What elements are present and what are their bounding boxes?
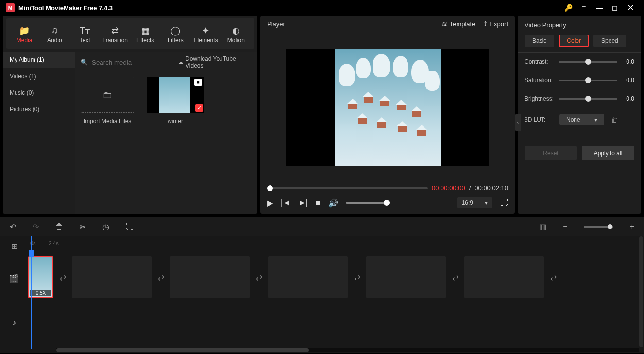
folder-plus-icon: 🗀 [102,89,112,101]
stop-button[interactable]: ■ [316,198,321,207]
contrast-label: Contrast: [525,58,556,65]
close-button[interactable]: ✕ [623,2,638,13]
layers-icon: ≋ [442,20,447,28]
empty-slot[interactable] [464,256,544,298]
app-logo: M [6,3,15,12]
effects-icon: ▦ [141,25,150,35]
lut-label: 3D LUT: [525,116,556,123]
text-icon: Tᴛ [80,25,90,35]
brightness-slider[interactable] [559,98,617,100]
tab-text[interactable]: TᴛText [70,21,100,48]
tab-media[interactable]: 📁Media [10,21,39,48]
fit-button[interactable]: ▥ [539,222,546,231]
sidebar-item-music[interactable]: Music (0) [3,85,75,101]
empty-slot[interactable] [366,256,446,298]
apply-all-button[interactable]: Apply to all [582,146,634,160]
undo-button[interactable]: ↶ [10,222,16,231]
aspect-ratio-select[interactable]: 16:9▾ [457,197,492,208]
minimize-button[interactable]: — [592,4,607,12]
transition-slot[interactable]: ⇄ [252,270,266,284]
volume-slider[interactable] [346,202,390,204]
media-sidebar: My Album (1) Videos (1) Music (0) Pictur… [3,52,75,214]
brightness-value: 0.0 [621,95,634,102]
import-media-button[interactable]: 🗀 Import Media Files [81,77,134,124]
sidebar-item-videos[interactable]: Videos (1) [3,68,75,85]
redo-button[interactable]: ↷ [33,222,39,231]
tab-elements[interactable]: ✦Elements [191,21,220,48]
preview-area [286,49,489,166]
filters-icon: ◯ [170,25,180,35]
prop-tab-color[interactable]: Color [559,35,589,47]
video-track-icon: 🎬 [0,256,28,301]
transition-slot[interactable]: ⇄ [546,270,560,284]
tab-audio[interactable]: ♫Audio [40,21,69,48]
folder-icon: 📁 [19,25,30,35]
download-videos-button[interactable]: ☁Download YouTube Videos [178,55,252,69]
contrast-value: 0.0 [621,58,634,65]
template-button[interactable]: ≋Template [442,20,475,28]
speed-button[interactable]: ◷ [102,222,109,231]
zoom-in-button[interactable]: + [630,222,634,231]
video-icon: ■ [194,79,202,86]
search-input[interactable] [92,59,174,66]
playhead[interactable] [31,236,32,349]
zoom-out-button[interactable]: − [563,222,567,231]
transition-slot[interactable]: ⇄ [153,270,168,284]
video-track[interactable]: 0.5X ⇄ ⇄ ⇄ ⇄ ⇄ ⇄ [28,255,644,300]
prop-tab-speed[interactable]: Speed [593,35,626,47]
zoom-slider[interactable] [584,226,613,228]
horizontal-scrollbar[interactable] [56,348,639,352]
tab-motion[interactable]: ◐Motion [221,21,251,48]
empty-slot[interactable] [268,256,348,298]
lut-select[interactable]: None▾ [559,114,604,125]
transition-slot[interactable]: ⇄ [448,270,462,284]
contrast-slider[interactable] [559,61,617,63]
tab-effects[interactable]: ▦Effects [131,21,160,48]
play-button[interactable]: ▶ [267,198,273,208]
sidebar-item-album[interactable]: My Album (1) [3,52,75,68]
crop-button[interactable]: ⛶ [126,222,134,231]
split-button[interactable]: ✂ [80,222,86,231]
saturation-value: 0.0 [621,77,634,84]
sidebar-item-pictures[interactable]: Pictures (0) [3,101,75,118]
timeline-ruler[interactable]: 0s 2.4s [28,236,644,255]
transition-slot[interactable]: ⇄ [350,270,364,284]
search-icon: 🔍 [81,59,88,66]
main-tabs: 📁Media ♫Audio TᴛText ⇄Transition ▦Effect… [6,18,254,49]
reset-button[interactable]: Reset [525,146,577,160]
transition-slot[interactable]: ⇄ [55,270,70,284]
export-button[interactable]: ⤴Export [484,20,508,28]
trash-icon[interactable]: 🗑 [611,116,618,124]
expand-panel-handle[interactable]: › [515,114,521,131]
delete-button[interactable]: 🗑 [55,222,63,231]
vertical-scrollbar[interactable] [639,236,643,347]
next-frame-button[interactable]: ►| [298,198,308,207]
media-clip[interactable]: ■ ✓ winter [147,77,204,124]
menu-icon[interactable]: ≡ [576,4,592,12]
maximize-button[interactable]: ◻ [607,4,623,12]
seek-slider[interactable] [267,187,428,189]
property-panel: Video Property Basic Color Speed Contras… [518,16,641,214]
audio-track[interactable] [28,303,644,333]
key-icon[interactable]: 🔑 [560,4,576,12]
timeline-toolbar: ↶ ↷ 🗑 ✂ ◷ ⛶ ▥ − + [0,217,644,236]
saturation-slider[interactable] [559,80,617,81]
clip-label: winter [168,118,183,124]
player-title: Player [267,20,285,28]
elements-icon: ✦ [202,25,209,35]
empty-slot[interactable] [72,256,152,298]
upload-icon: ⤴ [484,20,487,28]
chevron-down-icon: ▾ [485,199,488,206]
cloud-icon: ☁ [178,59,184,66]
tab-filters[interactable]: ◯Filters [161,21,190,48]
add-track-button[interactable]: ⊞ [0,236,28,256]
fullscreen-button[interactable]: ⛶ [500,198,508,207]
tab-transition[interactable]: ⇄Transition [101,21,130,48]
property-title: Video Property [518,16,641,35]
prev-frame-button[interactable]: |◄ [281,198,290,207]
prop-tab-basic[interactable]: Basic [525,35,554,47]
saturation-label: Saturation: [525,77,556,84]
empty-slot[interactable] [170,256,250,298]
brightness-label: Brightness: [525,95,556,102]
volume-icon[interactable]: 🔊 [328,198,338,208]
